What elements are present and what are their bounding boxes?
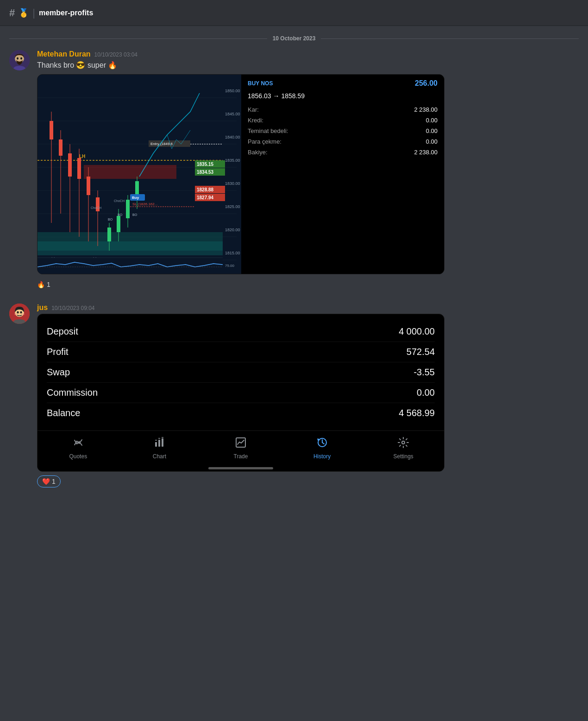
svg-text:BO: BO <box>132 213 138 216</box>
svg-rect-85 <box>155 442 157 447</box>
svg-rect-25 <box>84 165 176 179</box>
svg-rect-37 <box>59 139 63 156</box>
nav-label-trade: Trade <box>234 453 248 460</box>
finance-row-swap: Swap -3.55 <box>47 362 435 383</box>
finance-row-commission: Commission 0.00 <box>47 383 435 403</box>
finance-content: Deposit 4 000.00 Profit 572.54 Swap -3.5… <box>38 314 444 430</box>
bottom-nav: Quotes <box>38 430 444 463</box>
trade-icon <box>235 436 247 451</box>
svg-text:1835.00: 1835.00 <box>225 158 240 163</box>
timestamp-metehan: 10/10/2023 03:04 <box>94 51 138 58</box>
svg-rect-86 <box>158 440 160 447</box>
svg-text:SL (1826.162...: SL (1826.162... <box>132 202 157 206</box>
trade-row-kredi: Kredi: 0.00 <box>248 116 438 125</box>
nav-item-quotes[interactable]: Quotes <box>60 436 97 460</box>
svg-text:BO: BO <box>108 218 113 221</box>
trade-label-teminat: Teminat bedeli: <box>248 127 288 134</box>
avatar-metehan <box>9 50 30 70</box>
channel-name: member-profits <box>39 9 93 17</box>
nav-label-chart: Chart <box>153 453 166 460</box>
svg-text:1820.00: 1820.00 <box>225 228 240 232</box>
nav-item-history[interactable]: History <box>304 436 341 460</box>
svg-point-76 <box>20 311 22 314</box>
message-metehan: Metehan Duran 10/10/2023 03:04 Thanks br… <box>9 46 579 289</box>
svg-text:1835.15: 1835.15 <box>197 162 214 167</box>
date-separator: 10 October 2023 <box>9 26 579 46</box>
nav-item-trade[interactable]: Trade <box>222 436 259 460</box>
trade-value-teminat: 0.00 <box>426 127 438 134</box>
finance-value-swap: -3.55 <box>413 367 435 378</box>
svg-rect-87 <box>162 438 163 447</box>
svg-point-78 <box>22 313 25 315</box>
finance-value-commission: 0.00 <box>417 387 435 398</box>
reaction-heart[interactable]: ❤️ 1 <box>37 475 61 487</box>
username-jus: jus <box>37 304 48 312</box>
svg-point-3 <box>20 57 22 60</box>
message-content-metehan: Metehan Duran 10/10/2023 03:04 Thanks br… <box>37 50 579 289</box>
svg-point-77 <box>14 313 17 315</box>
settings-icon <box>397 436 409 451</box>
finance-row-deposit: Deposit 4 000.00 <box>47 322 435 342</box>
finance-label-profit: Profit <box>47 347 69 357</box>
svg-rect-54 <box>126 200 130 218</box>
svg-text:1840.00: 1840.00 <box>225 135 240 139</box>
nav-item-chart[interactable]: Chart <box>141 436 178 460</box>
reaction-fire[interactable]: 🔥 1 <box>37 281 50 288</box>
svg-point-75 <box>17 311 19 314</box>
message-jus: jus 10/10/2023 09:04 Deposit 4 000.00 Pr… <box>9 300 579 487</box>
trade-value-kar: 2 238.00 <box>414 106 438 113</box>
finance-label-balance: Balance <box>47 408 80 418</box>
trade-price-range: 1856.03 → 1858.59 <box>248 92 438 100</box>
svg-text:ChoCH: ChoCH <box>114 199 125 202</box>
trade-row-para: Para çekme: 0.00 <box>248 137 438 146</box>
nav-item-settings[interactable]: Settings <box>385 436 422 460</box>
trade-row-kar: Kar: 2 238.00 <box>248 105 438 114</box>
trade-card: 1850.00 1845.00 1840.00 1835.00 1830.00 … <box>37 74 444 274</box>
header: # 🥇 | member-profits <box>0 0 588 26</box>
svg-text:1845.00: 1845.00 <box>225 112 240 116</box>
heart-emoji: ❤️ <box>42 478 50 485</box>
svg-text:BO: BO <box>118 213 123 216</box>
svg-rect-22 <box>38 241 223 255</box>
medal-emoji: 🥇 <box>19 8 29 18</box>
finance-label-commission: Commission <box>47 387 98 398</box>
trade-label-para: Para çekme: <box>248 138 281 145</box>
svg-text:75.00: 75.00 <box>225 264 235 268</box>
svg-text:1830.00: 1830.00 <box>225 181 240 186</box>
finance-label-deposit: Deposit <box>47 326 78 337</box>
trade-info-section: BUY NOS 256.00 1856.03 → 1858.59 Kar: 2 … <box>241 75 444 274</box>
svg-text:1825.00: 1825.00 <box>225 204 240 209</box>
divider: | <box>32 7 35 19</box>
svg-text:ChoCH: ChoCH <box>91 206 101 209</box>
finance-row-profit: Profit 572.54 <box>47 342 435 362</box>
svg-rect-50 <box>107 228 111 241</box>
quotes-icon <box>72 436 84 451</box>
trade-symbol: BUY NOS <box>248 80 273 87</box>
home-bar <box>208 467 273 469</box>
svg-text:1827.94: 1827.94 <box>197 195 214 200</box>
trade-header: BUY NOS 256.00 <box>248 79 438 88</box>
trade-row-teminat: Teminat bedeli: 0.00 <box>248 126 438 135</box>
nav-label-quotes: Quotes <box>69 453 87 460</box>
trade-value-kredi: 0.00 <box>426 117 438 124</box>
svg-rect-39 <box>68 153 72 177</box>
trade-profit: 256.00 <box>415 79 438 88</box>
message-content-jus: jus 10/10/2023 09:04 Deposit 4 000.00 Pr… <box>37 304 579 487</box>
svg-text:1815.00: 1815.00 <box>225 251 240 255</box>
svg-rect-41 <box>77 158 81 179</box>
chart-section: 1850.00 1845.00 1840.00 1835.00 1830.00 … <box>38 75 241 274</box>
history-icon <box>316 436 328 451</box>
nav-label-history: History <box>313 453 331 460</box>
svg-point-93 <box>402 441 405 444</box>
message-text-metehan: Thanks bro 😎 super 🔥 <box>37 60 579 70</box>
svg-text:1850.00: 1850.00 <box>225 89 240 93</box>
trade-row-bakiye: Bakiye: 2 238.00 <box>248 148 438 157</box>
username-metehan: Metehan Duran <box>37 50 91 58</box>
finance-value-balance: 4 568.99 <box>399 408 435 418</box>
svg-point-2 <box>17 57 19 60</box>
message-header-metehan: Metehan Duran 10/10/2023 03:04 <box>37 50 579 58</box>
finance-value-deposit: 4 000.00 <box>399 326 435 337</box>
svg-text:1834.53: 1834.53 <box>197 170 214 175</box>
finance-card: Deposit 4 000.00 Profit 572.54 Swap -3.5… <box>37 314 444 472</box>
hash-icon: # <box>9 7 15 19</box>
